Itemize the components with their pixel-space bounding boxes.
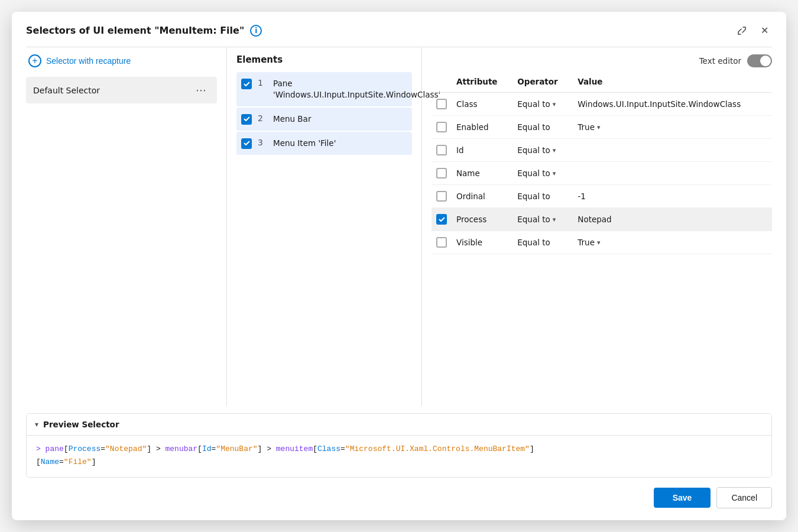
value-with-chevron-1[interactable]: True ▾ [578,122,767,132]
row-checkbox-3[interactable] [436,168,447,179]
row-operator-2[interactable]: Equal to ▾ [512,139,573,162]
row-operator-5[interactable]: Equal to ▾ [512,208,573,231]
add-selector-label: Selector with recapture [46,56,131,66]
preview-token: = [59,458,64,466]
col-checkbox [432,72,452,93]
row-checkbox-cell-4 [432,185,452,208]
row-operator-3[interactable]: Equal to ▾ [512,162,573,185]
preview-token: "Notepad" [105,445,147,453]
preview-token: "Microsoft.UI.Xaml.Controls.MenuBarItem" [345,445,530,453]
row-checkbox-cell-6 [432,231,452,254]
preview-header[interactable]: ▾ Preview Selector [27,414,771,436]
preview-token: > [36,445,46,453]
table-row: Process Equal to ▾ Notepad [432,208,772,231]
table-header-row: Attribute Operator Value [432,72,772,93]
selector-item-label: Default Selector [33,86,100,95]
element-label: Menu Bar [273,113,311,125]
preview-token: pane [46,445,64,453]
row-checkbox-1[interactable] [436,122,447,132]
row-value-1: True ▾ [573,116,772,139]
right-panel: Text editor Attribute Operator Value Cla… [422,47,772,406]
elements-panel-title: Elements [236,50,412,65]
row-checkbox-2[interactable] [436,145,447,155]
dialog-title: Selectors of UI element "MenuItem: File" [26,25,244,36]
preview-token: menubar [166,445,198,453]
row-value-6: True ▾ [573,231,772,254]
row-attribute-6: Visible [452,231,512,254]
text-editor-label: Text editor [699,56,741,66]
row-attribute-5: Process [452,208,512,231]
attribute-table-body: Class Equal to ▾ Windows.UI.Input.InputS… [432,93,772,254]
toggle-knob [760,56,771,66]
row-checkbox-0[interactable] [436,99,447,109]
preview-token: Class [317,445,340,453]
selector-item-menu-button[interactable]: ⋯ [192,83,210,98]
selector-item-default[interactable]: Default Selector ⋯ [26,77,217,103]
row-operator-4[interactable]: Equal to [512,185,573,208]
row-checkbox-4[interactable] [436,191,447,202]
text-editor-toggle[interactable] [747,54,772,67]
left-panel: + Selector with recapture Default Select… [26,47,227,406]
add-selector-button[interactable]: + Selector with recapture [26,50,133,72]
table-row: OrdinalEqual to-1 [432,185,772,208]
preview-token: = [340,445,345,453]
col-value: Value [573,72,772,93]
preview-token: ] > [147,445,165,453]
preview-chevron-icon: ▾ [35,420,38,429]
element-checkbox-1[interactable] [241,114,252,125]
middle-panel: Elements 1 Pane 'Windows.UI.Input.InputS… [227,47,422,406]
row-attribute-0: Class [452,93,512,116]
table-row: Class Equal to ▾ Windows.UI.Input.InputS… [432,93,772,116]
element-label: Menu Item 'File' [273,138,336,149]
preview-token: [ [313,445,317,453]
panels-container: + Selector with recapture Default Select… [12,47,786,406]
operator-select-3[interactable]: Equal to ▾ [517,168,568,178]
info-icon[interactable]: i [250,25,262,37]
table-row: VisibleEqual to True ▾ [432,231,772,254]
element-item[interactable]: 3 Menu Item 'File' [236,132,412,155]
row-value-4: -1 [573,185,772,208]
preview-token: "File" [64,458,92,466]
row-value-2 [573,139,772,162]
row-attribute-4: Ordinal [452,185,512,208]
dialog-controls: ✕ [734,22,772,38]
operator-select-0[interactable]: Equal to ▾ [517,99,568,109]
row-operator-1[interactable]: Equal to [512,116,573,139]
element-item[interactable]: 2 Menu Bar [236,108,412,131]
dialog-container: Selectors of UI element "MenuItem: File"… [12,12,786,520]
col-operator: Operator [512,72,573,93]
dialog-header: Selectors of UI element "MenuItem: File"… [12,12,786,47]
preview-token: ] [92,458,96,466]
element-number: 1 [258,78,267,87]
save-button[interactable]: Save [654,488,711,508]
preview-title: Preview Selector [43,420,119,429]
row-value-3 [573,162,772,185]
cancel-button[interactable]: Cancel [716,487,772,508]
add-icon: + [28,54,41,67]
operator-chevron-2: ▾ [553,147,556,154]
preview-token: Id [202,445,212,453]
value-with-chevron-6[interactable]: True ▾ [578,238,767,247]
row-checkbox-6[interactable] [436,237,447,248]
row-checkbox-cell-3 [432,162,452,185]
row-operator-6[interactable]: Equal to [512,231,573,254]
row-value-5: Notepad [573,208,772,231]
row-value-0: Windows.UI.Input.InputSite.WindowClass [573,93,772,116]
operator-select-2[interactable]: Equal to ▾ [517,145,568,155]
close-button[interactable]: ✕ [757,22,772,38]
text-editor-row: Text editor [432,50,772,67]
table-row: EnabledEqual to True ▾ [432,116,772,139]
row-operator-0[interactable]: Equal to ▾ [512,93,573,116]
row-checkbox-5[interactable] [436,214,447,225]
operator-select-5[interactable]: Equal to ▾ [517,215,568,224]
expand-button[interactable] [734,24,750,38]
row-attribute-1: Enabled [452,116,512,139]
preview-token: Name [41,458,59,466]
value-chevron-6: ▾ [597,239,601,246]
element-item[interactable]: 1 Pane 'Windows.UI.Input.InputSite.Windo… [236,72,412,106]
element-number: 3 [258,138,267,147]
preview-token: [ [36,458,41,466]
element-checkbox-2[interactable] [241,138,252,149]
element-checkbox-0[interactable] [241,79,252,89]
preview-section: ▾ Preview Selector > pane[Process="Notep… [26,413,772,478]
